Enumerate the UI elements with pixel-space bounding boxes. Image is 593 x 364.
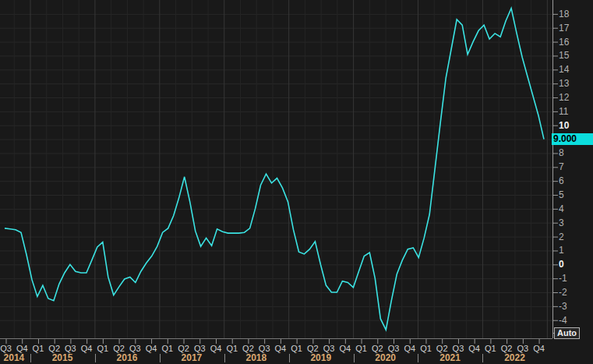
quarter-label: Q4 (207, 344, 224, 353)
y-axis-label: -1 (559, 273, 591, 284)
y-axis-label: 5 (559, 189, 591, 200)
year-separator (289, 354, 290, 362)
y-axis-label: 2 (559, 231, 591, 242)
year-separator (354, 354, 355, 362)
y-axis-label: 17 (559, 23, 591, 34)
last-value-badge: 9.000 (552, 133, 593, 145)
y-axis-label: 10 (559, 120, 591, 131)
axes (0, 0, 558, 344)
year-label: 2020 (368, 352, 404, 363)
year-separator (95, 354, 96, 362)
y-axis-label: -4 (559, 315, 591, 326)
last-value-text: 9.000 (553, 133, 577, 144)
auto-scale-button[interactable]: Auto (554, 327, 580, 339)
y-axis-label: 11 (559, 106, 591, 117)
y-axis-label: 3 (559, 217, 591, 228)
year-separator (224, 354, 225, 362)
y-axis-label: 1 (559, 245, 591, 256)
year-separator (30, 354, 31, 362)
quarter-label: Q4 (531, 344, 548, 353)
y-axis-label: 12 (559, 92, 591, 103)
y-axis-label: 8 (559, 147, 591, 158)
y-axis-label: 18 (559, 9, 591, 19)
y-axis-label: 16 (559, 37, 591, 48)
plot-area[interactable] (0, 0, 593, 364)
y-axis-label: 7 (559, 161, 591, 172)
y-axis-label: 13 (559, 78, 591, 89)
year-separator (160, 354, 161, 362)
quarter-label: Q4 (401, 344, 418, 353)
quarter-label: Q4 (78, 344, 95, 353)
quarter-label: Q4 (466, 344, 483, 353)
y-axis-label: 6 (559, 175, 591, 186)
year-label: 2015 (44, 352, 80, 363)
year-label: 2017 (174, 352, 210, 363)
y-axis-label: 15 (559, 50, 591, 61)
quarter-label: Q4 (272, 344, 289, 353)
year-separator (482, 354, 483, 362)
year-label: 2018 (238, 352, 274, 363)
y-axis-label: 14 (559, 64, 591, 75)
year-label: 2022 (496, 352, 532, 363)
year-label: 2021 (432, 352, 468, 363)
year-label: 2014 (0, 352, 32, 363)
quarter-label: Q4 (143, 344, 160, 353)
year-separator (418, 354, 418, 362)
y-axis-label: -3 (559, 301, 591, 312)
price-chart-panel: 181716151413121110876543210-1-2-3-4 Q3Q4… (0, 0, 593, 364)
y-axis-label: 4 (559, 203, 591, 214)
y-axis-label: -2 (559, 287, 591, 298)
y-axis-label: 0 (559, 259, 591, 270)
quarter-label: Q4 (337, 344, 354, 353)
year-label: 2019 (303, 352, 339, 363)
year-label: 2016 (109, 352, 145, 363)
price-line-series (5, 9, 544, 330)
